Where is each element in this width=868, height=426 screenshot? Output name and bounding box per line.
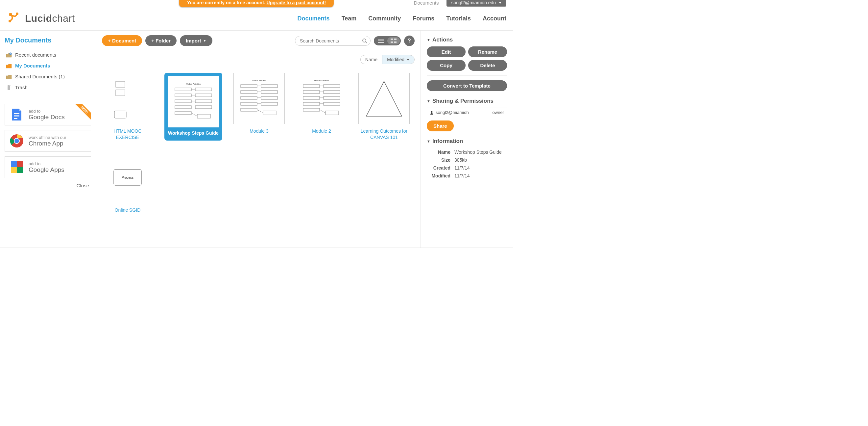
svg-text:Module Activities: Module Activities [252,80,267,82]
info-name-label: Name [427,148,454,156]
sidebar-item-trash[interactable]: Trash [5,82,91,93]
nav-community[interactable]: Community [368,15,401,22]
svg-rect-55 [241,108,257,111]
promo-big: Chrome App [29,140,63,147]
top-strip: You are currently on a free account. Upg… [0,0,513,7]
chevron-down-icon: ▼ [203,39,207,42]
sidebar-item-label: My Documents [15,63,50,68]
user-email: songl2@miamion.edu [451,0,496,5]
content-area: + Document + Folder Import ▼ [96,31,421,248]
permission-entry[interactable]: songl2@miamioh owner [427,108,507,117]
new-folder-button[interactable]: + Folder [145,35,177,46]
new-ribbon: NEW! [74,104,91,120]
info-created-value: 11/7/14 [454,164,506,172]
logo-icon [7,11,21,26]
sort-bar: Name Modified ▼ [96,51,421,64]
nav-forums[interactable]: Forums [413,15,434,22]
svg-rect-52 [261,96,278,100]
promo-small: add to [29,161,64,166]
sort-by-modified[interactable]: Modified ▼ [382,55,414,64]
sidebar-item-label: Recent documents [15,52,56,58]
promo-gdocs[interactable]: add toGoogle DocsNEW! [5,104,91,125]
sidebar-item-shared-documents-1-[interactable]: Shared Documents (1) [5,71,91,82]
actions-heading[interactable]: ▼ Actions [427,36,507,43]
person-icon [430,111,434,115]
svg-text:Module Activities: Module Activities [314,80,329,82]
rename-button[interactable]: Rename [468,47,507,57]
search-input[interactable] [295,36,371,46]
svg-rect-70 [323,103,340,105]
svg-line-45 [191,113,197,116]
chevron-down-icon: ▼ [498,1,502,5]
svg-line-61 [257,110,263,113]
document-card[interactable]: HTML MOOC EXERCISE [102,73,153,141]
document-card[interactable]: Module ActivitiesModule 2 [296,73,347,141]
close-promos[interactable]: Close [5,183,91,188]
grid-view-button[interactable] [387,37,400,45]
delete-button[interactable]: Delete [468,60,507,71]
promo-chrome[interactable]: work offline with ourChrome App [5,130,91,152]
share-button[interactable]: Share [427,120,454,131]
promo-gapps[interactable]: add toGoogle Apps [5,157,91,178]
chevron-down-icon: ▼ [427,99,430,103]
svg-rect-72 [326,111,339,115]
info-size-label: Size [427,157,454,164]
document-card[interactable]: Learning Outcomes for CANVAS 101 [359,73,410,141]
svg-rect-10 [14,118,18,119]
information-heading[interactable]: ▼ Information [427,138,507,144]
document-card[interactable]: Module ActivitiesWorkshop Steps Guide [164,73,222,141]
sidebar-item-my-documents[interactable]: My Documents [5,60,91,71]
banner-link[interactable]: Upgrade to a paid account! [267,0,326,5]
document-thumbnail: Process [102,152,153,203]
top-right: Documents songl2@miamion.edu ▼ [414,0,506,7]
list-view-button[interactable] [375,37,387,45]
edit-button[interactable]: Edit [427,47,466,57]
promo-small: add to [29,109,65,114]
new-document-button[interactable]: + Document [102,35,142,46]
promo-big: Google Docs [29,114,65,120]
sidebar-right: ▼ Actions Edit Rename Copy Delete Conver… [421,31,513,248]
sharing-heading[interactable]: ▼ Sharing & Permissions [427,98,507,104]
permission-user: songl2@miamioh [436,110,469,115]
copy-button[interactable]: Copy [427,60,466,71]
svg-rect-33 [175,94,191,97]
svg-rect-53 [241,103,257,105]
sort-by-name[interactable]: Name [360,55,382,64]
help-button[interactable]: ? [404,35,414,46]
document-title: Module 3 [250,128,269,134]
nav-documents[interactable]: Documents [298,15,330,22]
search-icon[interactable] [362,38,367,44]
documents-top-link[interactable]: Documents [414,0,439,6]
sidebar-item-recent-documents[interactable]: Recent documents [5,49,91,60]
nav-tutorials[interactable]: Tutorials [446,15,471,22]
nav-team[interactable]: Team [342,15,357,22]
document-thumbnail [359,73,410,124]
document-card[interactable]: Module ActivitiesModule 3 [234,73,285,141]
main-area: My Documents Recent documentsMy Document… [0,31,513,248]
svg-rect-32 [195,88,212,91]
svg-text:Process: Process [122,176,133,179]
svg-point-18 [363,39,366,42]
svg-rect-17 [17,167,23,173]
document-thumbnail: Module Activities [168,76,219,127]
nav-account[interactable]: Account [483,15,506,22]
info-table: NameWorkshop Steps Guide Size305kb Creat… [427,148,507,180]
info-created-label: Created [427,164,454,172]
document-thumbnail: Module Activities [296,73,347,124]
svg-rect-9 [14,117,20,117]
document-card[interactable]: ProcessOnline SGID [102,152,153,213]
divider [5,99,91,99]
document-title: HTML MOOC EXERCISE [102,128,153,141]
info-modified-label: Modified [427,172,454,179]
import-button[interactable]: Import ▼ [180,35,212,46]
svg-line-19 [366,42,367,43]
svg-rect-67 [303,96,319,100]
sidebar-item-label: Shared Documents (1) [15,74,65,79]
document-title: Learning Outcomes for CANVAS 101 [359,128,410,141]
chevron-down-icon: ▼ [427,38,430,42]
convert-to-template-button[interactable]: Convert to Template [427,80,507,91]
svg-rect-14 [11,161,17,167]
logo[interactable]: Lucidchart [7,11,75,26]
user-menu[interactable]: songl2@miamion.edu ▼ [446,0,506,7]
upgrade-banner[interactable]: You are currently on a free account. Upg… [179,0,334,7]
